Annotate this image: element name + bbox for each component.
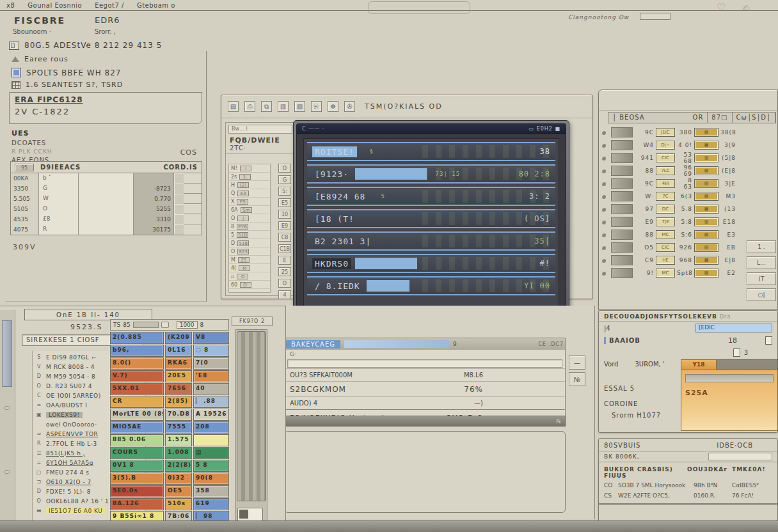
table-row[interactable]: b96, 0L16 ◌ 8 (110, 345, 229, 357)
list-item[interactable]: R PLK CCKH (12, 148, 200, 155)
row-track[interactable] (611, 268, 633, 278)
toolbar-icon[interactable]: ▥ (278, 101, 289, 112)
row-side-button[interactable] (173, 214, 184, 224)
table-row[interactable]: 5.505 W 0.770 (11, 194, 202, 204)
sidebar-mini-button[interactable]: E5 (278, 198, 291, 207)
scrollbar-track[interactable] (235, 329, 267, 525)
sidebar-list-row[interactable]: O | (229, 214, 270, 223)
row-chip-icon[interactable]: ▤ (694, 230, 718, 239)
table-row[interactable]: 885 0.06 1.575 (110, 434, 229, 446)
row-track[interactable] (611, 127, 633, 137)
row-track[interactable] (611, 217, 633, 227)
row-track[interactable] (611, 178, 633, 189)
toolbar-icon[interactable]: ☸ (328, 101, 338, 112)
scrollbar-thumb[interactable] (237, 331, 266, 501)
rail-button[interactable]: 1 . (747, 240, 776, 253)
sidebar-mini-button[interactable]: G (278, 175, 291, 184)
table-row[interactable]: CSW2E A2FTE O?C5, 0160.R.76 FсΛ! (599, 490, 777, 501)
sidebar-list-row[interactable]: ▫ O (229, 272, 270, 281)
row-track[interactable] (611, 191, 633, 201)
table-row[interactable]: MorLTE 00 (89 70.D8 A 19526 (110, 409, 229, 421)
table-row[interactable]: 9C 4III 8 63 ▧ 3|E (601, 177, 775, 190)
address-text[interactable]: 80G.5 ADEStVe 8 212 29 413 5 (24, 41, 162, 50)
row-chip-icon[interactable]: D|− (656, 141, 675, 150)
table-row[interactable]: V.7) 20E5 'E8 (110, 370, 229, 382)
row-side-button[interactable] (173, 184, 184, 194)
row-chip-icon[interactable]: CIC (656, 153, 675, 162)
tab-y18[interactable]: Y18 (681, 359, 717, 370)
table-row[interactable]: 88 7LC 96 69 ▤ (E|8 (601, 164, 775, 177)
terminal-row[interactable]: HKDRS0 #! (307, 254, 555, 273)
row-side-button[interactable] (173, 194, 184, 204)
rail-button[interactable]: (T (747, 272, 776, 285)
table-row[interactable]: W· 7C 6(3 ▤ M3 (601, 190, 775, 203)
sidebar-list-row[interactable]: 60 O· (229, 281, 270, 289)
row-chip-icon[interactable]: DC (656, 205, 675, 214)
row-chip-icon[interactable]: 4III (656, 179, 675, 188)
left-gutter-scrollbar[interactable] (0, 310, 15, 525)
table-row[interactable]: 5XX.01 7656 40 (110, 383, 229, 395)
row-chip-icon[interactable]: ▤ (694, 192, 718, 201)
row-chip-icon[interactable]: 7C (656, 192, 675, 201)
sidebar-mini-button[interactable]: 4 (278, 290, 291, 299)
row-side-button[interactable] (173, 204, 184, 214)
sidebar-mini-button[interactable]: 5: (278, 187, 291, 196)
mini-button[interactable]: № (569, 372, 585, 386)
row-track[interactable] (611, 255, 633, 265)
table-row[interactable]: 3350 G -8723 (11, 184, 202, 194)
sidebar-mini-button[interactable]: 10 (278, 210, 291, 219)
row-chip-icon[interactable]: ▧ (694, 243, 718, 252)
list-item[interactable]: UES (12, 129, 200, 137)
page-icon[interactable] (765, 336, 772, 345)
toolbar-icon[interactable]: ⎘ (311, 101, 322, 112)
table-row[interactable]: E9 7|E 5:8 ▥ E18 (601, 215, 775, 228)
sidebar-list-row[interactable]: O E23 (229, 247, 270, 256)
row-side-button[interactable] (173, 224, 184, 235)
table-row[interactable]: 00KA b ˘ (11, 173, 202, 184)
row-chip-icon[interactable]: ▧ (694, 179, 718, 188)
row-chip-icon[interactable]: 7LC (656, 166, 675, 175)
row-chip-icon[interactable]: CIC (656, 243, 675, 252)
row-side-button[interactable] (173, 173, 184, 184)
scrollbar-thumb[interactable] (2, 320, 12, 387)
edit-menu-label[interactable]: EDR6 (95, 15, 120, 25)
rail-button[interactable]: ○| (747, 288, 776, 301)
row-track[interactable] (611, 242, 633, 253)
table-row[interactable]: COURS 1.008 ▤ (110, 447, 229, 459)
header-button[interactable] (161, 322, 169, 328)
row-chip-icon[interactable]: ▤ (694, 269, 718, 278)
table-row[interactable]: 9C J1IC 380 ▤ 38(8 (601, 126, 775, 139)
terminal-row[interactable]: [18 (T! ( OS] (307, 209, 555, 228)
table-row[interactable]: 4075 R 30175 (11, 224, 202, 235)
table-row[interactable]: 5E0.0s OE5 358 (110, 485, 229, 497)
toolbar-icon[interactable]: ⧉ (261, 101, 272, 112)
summary-row[interactable]: AUDO) 4 —) (285, 396, 565, 409)
column-header[interactable]: 87□ (708, 113, 732, 123)
table-row[interactable]: 8.0() RKA6 7(0 (110, 357, 229, 370)
sidebar-list-row[interactable]: 8 EY8 (229, 223, 270, 231)
row-chip-icon[interactable]: ▤ (694, 128, 718, 137)
sidebar-list-row[interactable]: 5 51B (229, 231, 270, 239)
table-header-button[interactable]: 95 (15, 164, 34, 171)
sidebar-mini-button[interactable]: C8 (278, 233, 291, 242)
row-track[interactable] (611, 153, 633, 163)
table-row[interactable]: 941 CIC 53 68 ▥ (5|8 (601, 152, 775, 164)
edic-field[interactable]: [EDIC (695, 324, 772, 332)
row-track[interactable] (611, 166, 633, 176)
toolbar-icon[interactable]: ▤ (228, 101, 239, 112)
terminal-row[interactable]: [9123· 73| 15 80 2:8 (307, 164, 555, 184)
table-row[interactable]: 4535 £8 3310 (11, 214, 202, 224)
terminal-row[interactable]: / 8.IEDK YI 00 (307, 276, 555, 295)
mini-button[interactable]: — (569, 356, 585, 370)
table-row[interactable]: MIO5AE 7555 208 (110, 421, 229, 434)
row-chip-icon[interactable]: ▦ (694, 205, 718, 214)
row-chip-icon[interactable]: J1IC (656, 128, 675, 137)
terminal-row[interactable]: B2 2301 3| 35| (307, 231, 555, 251)
table-row[interactable]: COSO3B 7 SML.Horysoook 9Bh BᴿNCαIBES5ᴾ (599, 480, 777, 490)
sidebar-list-row[interactable]: X E5 (229, 198, 270, 206)
menu-item[interactable]: x8 (6, 2, 15, 9)
table-row[interactable]: 2(0.885 (K209 V8 (110, 332, 229, 344)
column-header[interactable]: OOU3DKAr (687, 466, 732, 479)
sidebar-list-row[interactable]: 4( M (229, 264, 270, 272)
row-chip-icon[interactable]: 7|E (656, 217, 675, 226)
